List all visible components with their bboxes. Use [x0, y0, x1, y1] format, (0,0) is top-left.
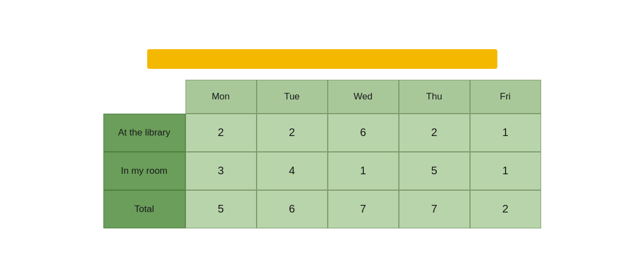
data-row-0: 22621: [185, 114, 541, 152]
cell-2-4: 2: [470, 190, 541, 228]
table-wrapper: At the libraryIn my roomTotal MonTueWedT…: [103, 80, 541, 228]
title-bar: [147, 49, 497, 69]
cell-0-4: 1: [470, 114, 541, 152]
row-headers: At the libraryIn my roomTotal: [103, 80, 185, 228]
header-row: MonTueWedThuFri: [185, 80, 541, 114]
cell-0-3: 2: [399, 114, 470, 152]
data-row-1: 34151: [185, 152, 541, 190]
cell-0-0: 2: [185, 114, 257, 152]
col-header-1: Tue: [257, 80, 328, 114]
cell-1-4: 1: [470, 152, 541, 190]
cell-1-2: 1: [328, 152, 399, 190]
data-grid: MonTueWedThuFri 226213415156772: [185, 80, 541, 228]
cell-2-1: 6: [257, 190, 328, 228]
col-header-2: Wed: [328, 80, 399, 114]
row-header-0: At the library: [103, 114, 185, 152]
cell-0-1: 2: [257, 114, 328, 152]
row-header-1: In my room: [103, 152, 185, 190]
cell-2-0: 5: [185, 190, 257, 228]
row-header-spacer: [103, 80, 185, 114]
cell-1-3: 5: [399, 152, 470, 190]
cell-2-2: 7: [328, 190, 399, 228]
cell-1-0: 3: [185, 152, 257, 190]
col-header-3: Thu: [399, 80, 470, 114]
col-header-0: Mon: [185, 80, 257, 114]
cell-1-1: 4: [257, 152, 328, 190]
cell-0-2: 6: [328, 114, 399, 152]
col-header-4: Fri: [470, 80, 541, 114]
data-row-2: 56772: [185, 190, 541, 228]
row-header-2: Total: [103, 190, 185, 228]
cell-2-3: 7: [399, 190, 470, 228]
main-container: At the libraryIn my roomTotal MonTueWedT…: [76, 49, 568, 228]
